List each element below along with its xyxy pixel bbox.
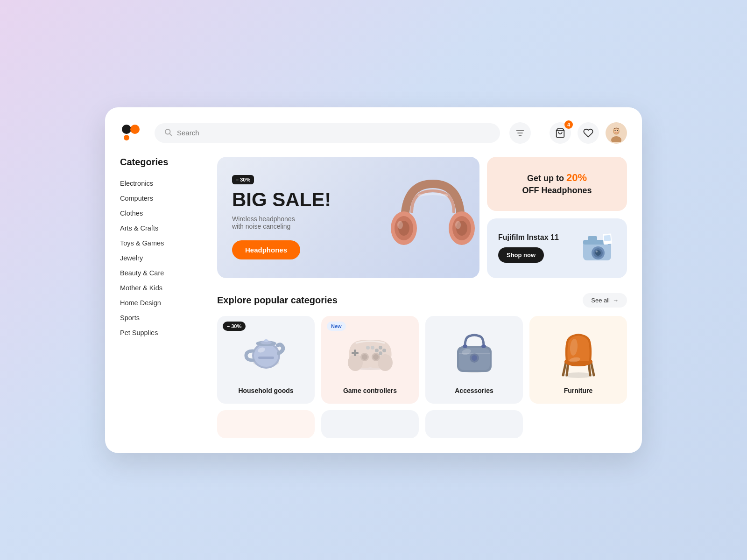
svg-point-13 <box>615 130 616 131</box>
promo-highlight: 20% <box>566 172 587 183</box>
headphone-image <box>377 161 479 274</box>
category-cards-bottom <box>217 410 627 438</box>
category-card-household[interactable]: – 30% <box>217 316 315 404</box>
svg-point-28 <box>596 251 598 252</box>
new-badge: New <box>327 322 346 331</box>
category-label-games: Game controllers <box>343 387 397 394</box>
sidebar-item-computers[interactable]: Computers <box>120 191 204 206</box>
svg-point-22 <box>455 221 461 229</box>
cart-badge: 4 <box>564 120 573 129</box>
filter-button[interactable] <box>509 122 531 144</box>
svg-line-67 <box>591 363 594 375</box>
header-actions: 4 <box>550 122 627 144</box>
svg-point-35 <box>254 344 278 367</box>
sidebar: Categories Electronics Computers Clothes… <box>120 157 204 438</box>
category-cards-grid: – 30% <box>217 316 627 404</box>
svg-point-46 <box>379 346 382 350</box>
search-bar <box>155 123 500 143</box>
svg-rect-29 <box>588 236 597 241</box>
partial-card-3[interactable] <box>425 410 523 438</box>
sidebar-item-clothes[interactable]: Clothes <box>120 206 204 221</box>
svg-rect-39 <box>258 357 274 359</box>
arrow-icon: → <box>613 297 619 304</box>
sidebar-item-beauty[interactable]: Beauty & Care <box>120 266 204 280</box>
sidebar-item-home[interactable]: Home Design <box>120 295 204 310</box>
svg-point-54 <box>366 346 370 350</box>
promo-cards: Get up to 20% OFF Headphones Fujifilm In… <box>487 157 627 278</box>
furniture-image <box>550 325 606 381</box>
hero-banner: – 30% BIG SALE! Wireless headphones with… <box>217 157 479 278</box>
sidebar-item-electronics[interactable]: Electronics <box>120 176 204 191</box>
content-area: – 30% BIG SALE! Wireless headphones with… <box>217 157 627 438</box>
hero-section: – 30% BIG SALE! Wireless headphones with… <box>217 157 627 278</box>
see-all-button[interactable]: See all → <box>583 293 627 308</box>
svg-point-62 <box>472 355 477 361</box>
svg-rect-45 <box>352 352 359 354</box>
sidebar-item-jewelry[interactable]: Jewelry <box>120 251 204 266</box>
promo-card-headphones[interactable]: Get up to 20% OFF Headphones <box>487 157 627 211</box>
wishlist-button[interactable] <box>578 122 599 144</box>
promo-text-1: Get up to 20% OFF Headphones <box>522 171 592 197</box>
promo-card-camera[interactable]: Fujifilm Instax 11 Shop now <box>487 218 627 278</box>
hero-button[interactable]: Headphones <box>232 240 300 259</box>
controller-image <box>342 325 398 381</box>
categories-header: Explore popular categories See all → <box>217 293 627 308</box>
svg-line-4 <box>169 133 171 135</box>
avatar[interactable] <box>606 122 627 144</box>
svg-point-21 <box>397 221 403 229</box>
promo-camera-info: Fujifilm Instax 11 Shop now <box>498 233 571 263</box>
sidebar-item-pet[interactable]: Pet Supplies <box>120 325 204 340</box>
app-container: 4 <box>105 107 642 453</box>
category-label-furniture: Furniture <box>564 387 592 394</box>
camera-icon <box>578 230 616 267</box>
shop-now-button[interactable]: Shop now <box>498 247 544 263</box>
svg-point-49 <box>375 349 379 352</box>
category-label-household: Household goods <box>238 387 293 394</box>
sidebar-title: Categories <box>120 157 204 168</box>
search-icon <box>164 128 172 138</box>
svg-point-53 <box>373 354 379 360</box>
svg-point-60 <box>481 344 486 348</box>
sidebar-item-sports[interactable]: Sports <box>120 310 204 325</box>
svg-point-55 <box>371 346 374 350</box>
svg-rect-32 <box>604 235 611 241</box>
categories-section-title: Explore popular categories <box>217 295 338 306</box>
header: 4 <box>120 122 627 144</box>
hero-sale-badge: – 30% <box>232 175 254 184</box>
sidebar-item-mother[interactable]: Mother & Kids <box>120 280 204 295</box>
partial-card-1[interactable] <box>217 410 315 438</box>
svg-point-59 <box>463 344 467 348</box>
svg-point-51 <box>362 354 367 360</box>
search-input[interactable] <box>177 129 491 137</box>
logo[interactable] <box>120 123 145 143</box>
category-label-accessories: Accessories <box>455 387 493 394</box>
svg-point-38 <box>264 339 268 342</box>
category-card-accessories[interactable]: Accessories <box>425 316 523 404</box>
svg-point-14 <box>617 130 618 131</box>
sidebar-item-toys[interactable]: Toys & Games <box>120 236 204 251</box>
category-card-gamecontrollers[interactable]: New <box>321 316 419 404</box>
svg-point-1 <box>130 125 140 134</box>
svg-point-0 <box>122 125 131 134</box>
main-layout: Categories Electronics Computers Clothes… <box>120 157 627 438</box>
household-image <box>238 325 294 381</box>
svg-line-66 <box>563 363 566 375</box>
category-card-furniture[interactable]: Furniture <box>529 316 627 404</box>
sidebar-item-arts[interactable]: Arts & Crafts <box>120 221 204 236</box>
partial-card-2[interactable] <box>321 410 419 438</box>
promo-camera-name: Fujifilm Instax 11 <box>498 233 571 242</box>
cart-button[interactable]: 4 <box>550 122 571 144</box>
accessories-image <box>446 325 502 381</box>
svg-point-2 <box>124 135 129 140</box>
sale-badge: – 30% <box>223 322 246 331</box>
svg-point-47 <box>382 349 386 352</box>
